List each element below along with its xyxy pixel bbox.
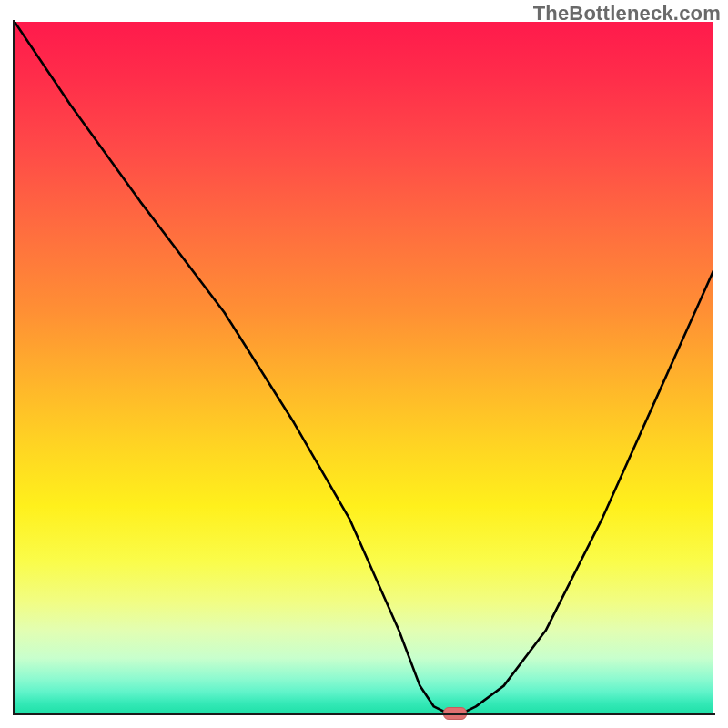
bottleneck-curve — [15, 22, 713, 713]
curve-path — [15, 22, 713, 713]
y-axis — [13, 20, 15, 715]
x-axis — [13, 713, 715, 715]
chart-container: TheBottleneck.com — [0, 0, 728, 728]
